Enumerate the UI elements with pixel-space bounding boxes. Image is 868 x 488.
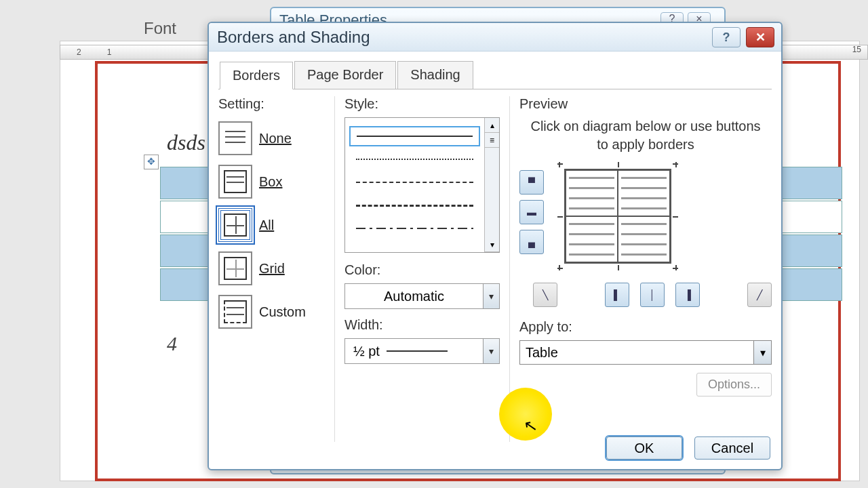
- setting-none-icon: [218, 121, 252, 155]
- ruler-tick: 2: [77, 47, 81, 57]
- setting-custom[interactable]: Custom: [218, 295, 329, 329]
- dialog-titlebar[interactable]: Borders and Shading ? ✕: [209, 23, 781, 52]
- setting-grid[interactable]: Grid: [218, 251, 329, 285]
- ruler-tick: 15: [852, 45, 861, 54]
- border-horizontal-middle-button[interactable]: ▬: [519, 200, 544, 224]
- color-value: Automatic: [345, 289, 483, 304]
- setting-none-label: None: [259, 131, 292, 146]
- setting-all-icon: [218, 208, 252, 242]
- border-diagonal-down-button[interactable]: ╲: [533, 283, 557, 307]
- width-value-text: ½ pt: [353, 344, 380, 359]
- style-dash-dot[interactable]: [349, 218, 480, 239]
- border-vertical-middle-button[interactable]: │: [640, 283, 665, 307]
- preview-diagram[interactable]: [557, 162, 678, 270]
- apply-to-label: Apply to:: [519, 319, 772, 335]
- style-scrollbar[interactable]: ▴ ≡ ▾: [484, 118, 499, 252]
- tab-borders[interactable]: Borders: [220, 62, 293, 89]
- style-dashed-short[interactable]: [349, 172, 480, 192]
- border-top-button[interactable]: ▀: [519, 170, 544, 195]
- setting-all-label: All: [259, 218, 274, 233]
- setting-custom-icon: [218, 295, 252, 329]
- setting-grid-label: Grid: [259, 261, 285, 277]
- setting-custom-label: Custom: [259, 304, 306, 320]
- doc-num: 4: [167, 332, 177, 355]
- scroll-thumb[interactable]: ≡: [485, 133, 499, 148]
- width-dropdown-button[interactable]: [483, 339, 499, 363]
- border-right-button[interactable]: ▐: [675, 283, 700, 307]
- ribbon-group-font: Font: [144, 19, 176, 38]
- ruler-right: 15: [852, 45, 861, 54]
- setting-grid-icon: [218, 251, 252, 285]
- color-combo[interactable]: Automatic: [344, 283, 500, 309]
- color-label: Color:: [344, 262, 500, 278]
- apply-to-value: Table: [520, 341, 753, 364]
- preview-hint: Click on diagram below or use buttons to…: [519, 117, 772, 154]
- tab-shading[interactable]: Shading: [397, 61, 473, 89]
- border-diagonal-up-button[interactable]: ╱: [747, 283, 772, 307]
- scroll-down-icon[interactable]: ▾: [485, 237, 499, 252]
- scroll-up-icon[interactable]: ▴: [485, 118, 499, 133]
- apply-to-dropdown-button[interactable]: [753, 341, 771, 364]
- setting-box-icon: [218, 165, 252, 199]
- tab-page-border[interactable]: Page Border: [294, 61, 396, 89]
- color-dropdown-button[interactable]: [483, 284, 499, 308]
- preview-label: Preview: [519, 96, 772, 112]
- doc-text: dsds: [167, 130, 205, 155]
- setting-all[interactable]: All: [218, 208, 329, 242]
- width-value: ½ pt: [345, 344, 483, 359]
- border-bottom-button[interactable]: ▄: [519, 230, 544, 254]
- style-dashed-long[interactable]: [349, 195, 480, 216]
- style-listbox[interactable]: ▴ ≡ ▾: [344, 117, 500, 253]
- dialog-help-button[interactable]: ?: [712, 27, 741, 47]
- setting-box-label: Box: [259, 174, 282, 190]
- table-move-handle[interactable]: ✥: [144, 155, 159, 169]
- border-left-button[interactable]: ▌: [605, 283, 629, 307]
- borders-shading-dialog: Borders and Shading ? ✕ Borders Page Bor…: [208, 22, 783, 470]
- style-label: Style:: [344, 96, 500, 112]
- style-dotted[interactable]: [349, 149, 480, 169]
- ruler-tick: 1: [107, 47, 112, 57]
- options-button: Options...: [696, 373, 772, 396]
- dialog-title: Borders and Shading: [217, 28, 370, 47]
- apply-to-combo[interactable]: Table: [519, 340, 772, 365]
- setting-box[interactable]: Box: [218, 165, 329, 199]
- width-label: Width:: [344, 317, 500, 333]
- dialog-tabs: Borders Page Border Shading: [220, 61, 781, 89]
- ok-button[interactable]: OK: [606, 436, 682, 460]
- scroll-track[interactable]: [485, 148, 499, 237]
- setting-none[interactable]: None: [218, 121, 329, 155]
- width-combo[interactable]: ½ pt: [344, 338, 500, 364]
- width-sample-line: [387, 350, 448, 352]
- style-solid[interactable]: [349, 126, 480, 146]
- dialog-close-button[interactable]: ✕: [746, 27, 774, 47]
- setting-label: Setting:: [218, 96, 329, 112]
- cancel-button[interactable]: Cancel: [694, 436, 770, 460]
